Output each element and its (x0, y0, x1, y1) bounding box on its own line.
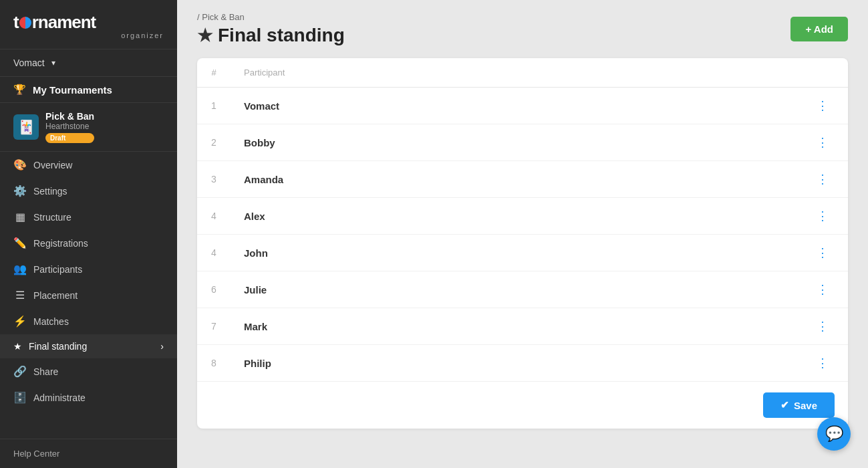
row-actions: ⋮ (798, 235, 848, 271)
tournament-card[interactable]: 🃏 Pick & Ban Hearthstone Draft (0, 103, 177, 152)
overview-label: Overview (33, 160, 72, 170)
standings-table: # Participant 1 Vomact ⋮ 2 Bobby ⋮ 3 Ama… (197, 58, 848, 381)
logo-to: t (13, 12, 19, 33)
final-standing-label: Final standing (29, 341, 87, 352)
save-button[interactable]: ✔ Save (763, 392, 835, 418)
chat-icon: 💬 (825, 425, 843, 443)
row-menu-button[interactable]: ⋮ (811, 281, 835, 298)
row-actions: ⋮ (798, 198, 848, 235)
checkmark-icon: ✔ (780, 399, 789, 411)
sidebar-item-overview[interactable]: 🎨 Overview (0, 152, 177, 178)
row-menu-button[interactable]: ⋮ (811, 244, 835, 261)
main-content: / Pick & Ban ★ Final standing + Add # Pa… (177, 0, 868, 468)
content-area: # Participant 1 Vomact ⋮ 2 Bobby ⋮ 3 Ama… (177, 58, 868, 468)
row-name: John (231, 235, 798, 271)
col-header-actions (798, 58, 848, 88)
placement-icon: ☰ (13, 289, 27, 302)
row-rank: 1 (197, 88, 231, 124)
tournament-icon: 🃏 (13, 114, 39, 140)
page-title: ★ Final standing (197, 25, 345, 46)
administrate-label: Administrate (33, 392, 86, 403)
settings-label: Settings (33, 186, 67, 197)
table-header: # Participant (197, 58, 848, 88)
registrations-icon: ✏️ (13, 237, 27, 249)
overview-icon: 🎨 (13, 158, 27, 171)
my-tournaments-label: My Tournaments (33, 84, 112, 96)
sidebar-item-registrations[interactable]: ✏️ Registrations (0, 230, 177, 256)
matches-label: Matches (33, 316, 69, 327)
row-name: Vomact (231, 88, 798, 124)
row-name: Mark (231, 308, 798, 345)
table-row: 2 Bobby ⋮ (197, 124, 848, 161)
row-menu-button[interactable]: ⋮ (811, 97, 835, 114)
workspace-name: Vomact (13, 57, 45, 68)
settings-icon: ⚙️ (13, 185, 27, 197)
sidebar-item-settings[interactable]: ⚙️ Settings (0, 178, 177, 204)
chat-bubble[interactable]: 💬 (817, 417, 851, 451)
administrate-icon: 🗄️ (13, 391, 27, 404)
row-menu-button[interactable]: ⋮ (811, 318, 835, 335)
row-actions: ⋮ (798, 88, 848, 124)
sidebar-item-matches[interactable]: ⚡ Matches (0, 308, 177, 334)
final-standing-icon: ★ (13, 341, 22, 352)
save-label: Save (794, 400, 817, 411)
row-name: Bobby (231, 124, 798, 161)
breadcrumb: / Pick & Ban (197, 12, 345, 22)
tournament-name: Pick & Ban (45, 111, 94, 122)
help-center-label: Help Center (13, 449, 59, 459)
row-rank: 3 (197, 161, 231, 198)
sidebar-item-share[interactable]: 🔗 Share (0, 358, 177, 384)
registrations-label: Registrations (33, 238, 88, 249)
sidebar-item-administrate[interactable]: 🗄️ Administrate (0, 384, 177, 411)
logo-area: trnament organizer (0, 0, 177, 49)
main-header: / Pick & Ban ★ Final standing + Add (177, 0, 868, 58)
sidebar-item-placement[interactable]: ☰ Placement (0, 282, 177, 308)
chevron-right-icon: › (160, 341, 164, 352)
row-name: Alex (231, 198, 798, 235)
table-row: 1 Vomact ⋮ (197, 88, 848, 124)
row-actions: ⋮ (798, 345, 848, 382)
row-name: Julie (231, 271, 798, 308)
row-name: Amanda (231, 161, 798, 198)
row-actions: ⋮ (798, 308, 848, 345)
row-rank: 6 (197, 271, 231, 308)
col-header-number: # (197, 58, 231, 88)
header-left: / Pick & Ban ★ Final standing (197, 12, 345, 46)
logo-dot-icon (19, 17, 31, 29)
logo: trnament (13, 12, 164, 33)
trophy-icon: 🏆 (13, 84, 26, 96)
col-header-participant: Participant (231, 58, 798, 88)
save-row: ✔ Save (197, 381, 848, 429)
share-icon: 🔗 (13, 365, 27, 378)
standings-card: # Participant 1 Vomact ⋮ 2 Bobby ⋮ 3 Ama… (197, 58, 848, 429)
workspace-dropdown[interactable]: Vomact ▾ (0, 49, 177, 77)
sidebar-item-final-standing[interactable]: ★ Final standing › (0, 334, 177, 358)
row-rank: 2 (197, 124, 231, 161)
row-actions: ⋮ (798, 271, 848, 308)
add-button[interactable]: + Add (790, 17, 848, 41)
row-menu-button[interactable]: ⋮ (811, 170, 835, 188)
row-rank: 4 (197, 235, 231, 271)
sidebar-item-structure[interactable]: ▦ Structure (0, 204, 177, 230)
row-name: Philip (231, 345, 798, 382)
row-menu-button[interactable]: ⋮ (811, 207, 835, 225)
structure-label: Structure (33, 212, 71, 223)
row-actions: ⋮ (798, 124, 848, 161)
logo-nament: rnament (32, 12, 96, 33)
row-menu-button[interactable]: ⋮ (811, 134, 835, 151)
sidebar-item-participants[interactable]: 👥 Participants (0, 256, 177, 282)
chevron-down-icon: ▾ (51, 58, 55, 68)
tournament-info: Pick & Ban Hearthstone Draft (45, 111, 94, 143)
participants-label: Participants (33, 264, 82, 275)
help-center-link[interactable]: Help Center (0, 439, 177, 468)
sidebar-item-my-tournaments[interactable]: 🏆 My Tournaments (0, 77, 177, 103)
row-rank: 4 (197, 198, 231, 235)
table-row: 8 Philip ⋮ (197, 345, 848, 382)
table-row: 4 John ⋮ (197, 235, 848, 271)
participants-icon: 👥 (13, 263, 27, 275)
table-row: 3 Amanda ⋮ (197, 161, 848, 198)
row-actions: ⋮ (798, 161, 848, 198)
structure-icon: ▦ (13, 211, 27, 223)
row-menu-button[interactable]: ⋮ (811, 354, 835, 372)
tournament-game: Hearthstone (45, 122, 94, 131)
